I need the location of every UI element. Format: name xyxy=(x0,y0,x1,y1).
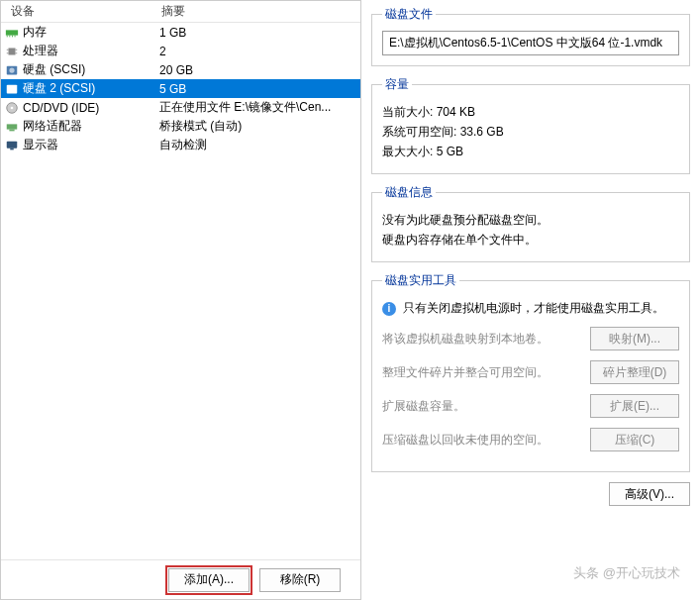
info-icon: i xyxy=(382,302,396,316)
monitor-icon xyxy=(1,139,23,152)
capacity-free: 系统可用空间: 33.6 GB xyxy=(382,124,679,141)
svg-rect-4 xyxy=(15,35,16,37)
capacity-legend: 容量 xyxy=(382,76,412,93)
cd-icon xyxy=(1,101,23,115)
device-row[interactable]: 显示器自动检测 xyxy=(1,136,360,154)
device-row[interactable]: 处理器2 xyxy=(1,42,360,60)
disk-file-path[interactable]: E:\虚拟机\Centos6.5-1\CentOS 中文版64 位-1.vmdk xyxy=(382,31,679,55)
device-label: 显示器 xyxy=(23,137,159,153)
utility-desc: 扩展磁盘容量。 xyxy=(382,398,590,415)
list-header-row: 设备 摘要 xyxy=(1,1,360,23)
device-summary: 5 GB xyxy=(159,82,360,96)
svg-rect-17 xyxy=(9,129,14,131)
disk-file-legend: 磁盘文件 xyxy=(382,6,436,23)
device-row[interactable]: 硬盘 (SCSI)20 GB xyxy=(1,60,360,79)
disk-info-line1: 没有为此硬盘预分配磁盘空间。 xyxy=(382,212,679,229)
device-summary: 1 GB xyxy=(159,26,360,40)
utility-button[interactable]: 压缩(C) xyxy=(590,428,679,451)
utility-button[interactable]: 碎片整理(D) xyxy=(590,360,679,384)
utility-desc: 将该虚拟机磁盘映射到本地卷。 xyxy=(382,331,590,348)
device-summary: 桥接模式 (自动) xyxy=(159,118,360,135)
header-summary: 摘要 xyxy=(159,3,360,20)
utility-row: 压缩磁盘以回收未使用的空间。压缩(C) xyxy=(382,428,679,451)
capacity-group: 容量 当前大小: 704 KB 系统可用空间: 33.6 GB 最大大小: 5 … xyxy=(371,76,690,174)
device-summary: 2 xyxy=(159,45,360,58)
header-device: 设备 xyxy=(1,3,159,20)
utility-button[interactable]: 扩展(E)... xyxy=(590,394,679,418)
hardware-list-panel: 设备 摘要 内存1 GB处理器2硬盘 (SCSI)20 GB硬盘 2 (SCSI… xyxy=(0,0,361,600)
device-label: 网络适配器 xyxy=(23,118,159,135)
disk-info-group: 磁盘信息 没有为此硬盘预分配磁盘空间。 硬盘内容存储在单个文件中。 xyxy=(371,184,690,262)
disk-info-line2: 硬盘内容存储在单个文件中。 xyxy=(382,232,679,249)
disk-icon xyxy=(1,82,23,96)
device-label: 硬盘 (SCSI) xyxy=(23,61,159,78)
disk-icon xyxy=(1,63,23,77)
device-summary: 20 GB xyxy=(159,63,360,77)
capacity-max: 最大大小: 5 GB xyxy=(382,144,679,160)
svg-point-11 xyxy=(9,67,14,72)
device-button-bar: 添加(A)... 移除(R) xyxy=(1,559,360,599)
utilities-legend: 磁盘实用工具 xyxy=(382,272,459,289)
device-list[interactable]: 内存1 GB处理器2硬盘 (SCSI)20 GB硬盘 2 (SCSI)5 GBC… xyxy=(1,23,360,559)
disk-file-group: 磁盘文件 E:\虚拟机\Centos6.5-1\CentOS 中文版64 位-1… xyxy=(371,6,690,66)
svg-rect-5 xyxy=(9,48,16,54)
svg-rect-1 xyxy=(7,35,8,37)
device-row[interactable]: CD/DVD (IDE)正在使用文件 E:\镜像文件\Cen... xyxy=(1,98,360,117)
watermark-text: 头条 @开心玩技术 xyxy=(573,564,680,582)
utility-row: 整理文件碎片并整合可用空间。碎片整理(D) xyxy=(382,360,679,384)
device-row[interactable]: 网络适配器桥接模式 (自动) xyxy=(1,117,360,136)
device-label: 处理器 xyxy=(23,43,159,59)
device-row[interactable]: 硬盘 2 (SCSI)5 GB xyxy=(1,79,360,98)
utility-desc: 整理文件碎片并整合可用空间。 xyxy=(382,364,590,381)
svg-rect-2 xyxy=(9,35,10,37)
utility-button[interactable]: 映射(M)... xyxy=(590,327,679,350)
device-row[interactable]: 内存1 GB xyxy=(1,23,360,42)
remove-button[interactable]: 移除(R) xyxy=(259,568,341,592)
capacity-current: 当前大小: 704 KB xyxy=(382,104,679,121)
utility-row: 将该虚拟机磁盘映射到本地卷。映射(M)... xyxy=(382,327,679,350)
utilities-tip-row: i 只有关闭虚拟机电源时，才能使用磁盘实用工具。 xyxy=(382,300,679,317)
memory-icon xyxy=(1,26,23,40)
svg-point-15 xyxy=(11,106,14,109)
device-label: CD/DVD (IDE) xyxy=(23,101,159,115)
svg-rect-3 xyxy=(12,35,13,37)
device-summary: 正在使用文件 E:\镜像文件\Cen... xyxy=(159,99,360,116)
cpu-icon xyxy=(1,45,23,58)
advanced-button[interactable]: 高级(V)... xyxy=(609,482,690,506)
details-panel: 磁盘文件 E:\虚拟机\Centos6.5-1\CentOS 中文版64 位-1… xyxy=(361,0,700,600)
utilities-tip: 只有关闭虚拟机电源时，才能使用磁盘实用工具。 xyxy=(403,301,664,315)
svg-point-13 xyxy=(9,86,14,91)
device-summary: 自动检测 xyxy=(159,137,360,153)
disk-utilities-group: 磁盘实用工具 i 只有关闭虚拟机电源时，才能使用磁盘实用工具。 将该虚拟机磁盘映… xyxy=(371,272,690,472)
svg-rect-18 xyxy=(7,141,18,148)
disk-info-legend: 磁盘信息 xyxy=(382,184,436,201)
device-label: 内存 xyxy=(23,24,159,41)
svg-rect-16 xyxy=(7,124,18,129)
nic-icon xyxy=(1,120,23,134)
utility-desc: 压缩磁盘以回收未使用的空间。 xyxy=(382,432,590,449)
add-button[interactable]: 添加(A)... xyxy=(168,568,250,592)
svg-rect-19 xyxy=(10,148,14,150)
svg-rect-0 xyxy=(6,30,18,35)
device-label: 硬盘 2 (SCSI) xyxy=(23,80,159,97)
utility-row: 扩展磁盘容量。扩展(E)... xyxy=(382,394,679,418)
